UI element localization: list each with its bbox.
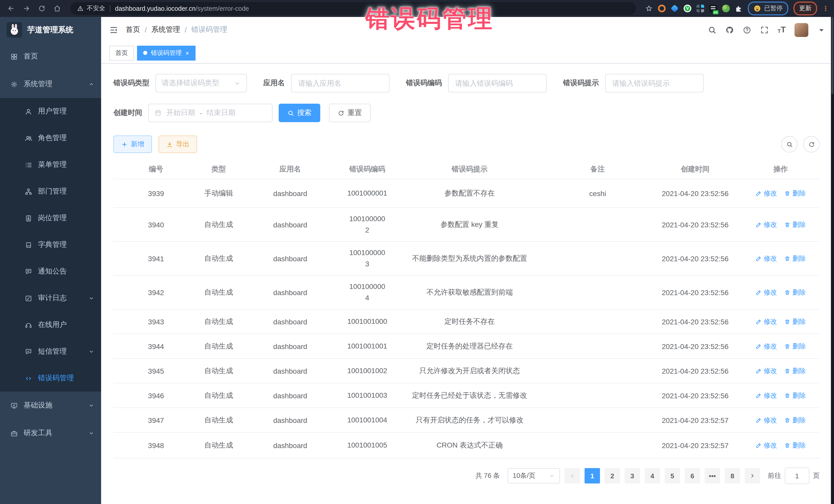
security-indicator[interactable]: 不安全 [77,4,105,13]
edit-button[interactable]: 修改 [755,220,777,229]
page-button[interactable]: 1 [585,468,600,483]
github-icon[interactable] [725,25,734,34]
extensions-puzzle-icon[interactable] [735,5,743,12]
delete-button[interactable]: 删除 [784,317,806,326]
delete-button[interactable]: 删除 [784,441,806,450]
sidebar-item-online-users[interactable]: 在线用户 [0,311,101,338]
sidebar-item-menus[interactable]: 菜单管理 [0,151,101,178]
sidebar-item-dicts[interactable]: 字典管理 [0,232,101,258]
sidebar-item-users[interactable]: 用户管理 [0,98,101,125]
browser-home-icon[interactable] [53,5,61,12]
sidebar-item-error-code[interactable]: 错误码管理 [0,365,101,392]
extension-icon-3[interactable]: V [684,5,691,12]
table-row[interactable]: 3940自动生成dashboard100100000 2参数配置 key 重复2… [113,207,820,241]
sidebar-item-system[interactable]: 系统管理 [0,70,101,98]
page-button[interactable]: 6 [685,468,700,483]
browser-reload-icon[interactable] [38,5,46,12]
search-icon[interactable] [708,25,717,34]
fullscreen-icon[interactable] [760,25,769,34]
table-row[interactable]: 3944自动生成dashboard1001001001定时任务的处理器已经存在2… [113,334,820,358]
browser-update-button[interactable]: 更新 [793,2,817,15]
edit-button[interactable]: 修改 [755,254,777,263]
prev-page-button[interactable] [565,468,580,483]
help-icon[interactable] [743,25,751,34]
export-button[interactable]: 导出 [159,135,197,153]
extension-icon-6[interactable] [722,5,730,12]
refresh-table-button[interactable] [803,136,820,152]
add-button[interactable]: 新增 [113,135,152,153]
page-size-select[interactable]: 10条/页 [508,468,560,483]
page-button[interactable]: 5 [665,468,680,483]
date-range-picker[interactable]: 开始日期 - 结束日期 [148,104,272,122]
page-button[interactable]: 8 [725,468,740,483]
edit-button[interactable]: 修改 [755,415,777,425]
goto-page-input[interactable] [785,467,809,484]
edit-button[interactable]: 修改 [755,391,777,400]
delete-button[interactable]: 删除 [784,254,806,263]
edit-button[interactable]: 修改 [755,189,777,198]
sidebar-item-posts[interactable]: 岗位管理 [0,205,101,232]
extension-icon-1[interactable] [658,5,666,12]
error-hint-input[interactable] [611,79,698,88]
scrollbar-thumb[interactable] [831,17,833,94]
delete-button[interactable]: 删除 [784,288,806,297]
bookmark-star-icon[interactable] [645,5,653,12]
error-code-input[interactable] [454,79,541,88]
sidebar-item-home[interactable]: 首页 [0,43,101,70]
menu-fold-icon[interactable] [109,25,118,34]
tab-home[interactable]: 首页 [109,45,134,60]
sidebar-item-roles[interactable]: 角色管理 [0,125,101,151]
edit-button[interactable]: 修改 [755,317,777,326]
tab-error-code[interactable]: 错误码管理 × [137,45,195,60]
table-row[interactable]: 3946自动生成dashboard1001001003定时任务已经处于该状态，无… [113,383,820,408]
page-ellipsis[interactable]: ••• [705,468,720,483]
paused-extension-pill[interactable]: 已暂停 [748,2,788,15]
breadcrumb-home[interactable]: 首页 [126,25,140,35]
table-row[interactable]: 3942自动生成dashboard100100000 4不允许获取敏感配置到前端… [113,275,820,309]
error-type-select[interactable]: 请选择错误码类型 [155,74,247,92]
caret-down-icon[interactable] [817,25,826,34]
extension-icon-5[interactable]: on [709,5,717,12]
browser-menu-icon[interactable]: ⋮ [822,5,829,12]
delete-button[interactable]: 删除 [784,391,806,400]
table-row[interactable]: 3945自动生成dashboard1001001002只允许修改为开启或者关闭状… [113,358,820,383]
font-size-icon[interactable]: TT [777,26,786,34]
extension-icon-4[interactable] [697,5,704,12]
table-row[interactable]: 3947自动生成dashboard1001001004只有开启状态的任务，才可以… [113,408,820,432]
browser-back-icon[interactable] [7,5,15,12]
delete-button[interactable]: 删除 [784,220,806,229]
page-button[interactable]: 2 [605,468,620,483]
sidebar-item-audit-log[interactable]: 审计日志 [0,285,101,311]
page-button[interactable]: 4 [644,468,660,483]
sidebar-item-notices[interactable]: 通知公告 [0,258,101,285]
edit-button[interactable]: 修改 [755,441,777,450]
sidebar-item-infrastructure[interactable]: 基础设施 [0,392,101,419]
delete-button[interactable]: 删除 [784,366,806,375]
search-button[interactable]: 搜索 [279,104,320,122]
sidebar-item-departments[interactable]: 部门管理 [0,178,101,205]
avatar[interactable] [794,23,808,37]
delete-button[interactable]: 删除 [784,342,806,351]
table-row[interactable]: 3939手动编辑dashboard1001000001参数配置不存在ceshi2… [113,179,820,207]
tab-close-icon[interactable]: × [185,49,189,56]
page-button[interactable]: 3 [624,468,640,483]
sidebar-item-dev-tools[interactable]: 研发工具 [0,419,101,447]
page-scrollbar[interactable] [831,17,834,504]
app-name-input[interactable] [297,79,383,88]
browser-forward-icon[interactable] [23,5,30,12]
breadcrumb-system[interactable]: 系统管理 [151,25,180,35]
edit-button[interactable]: 修改 [755,288,777,297]
address-bar[interactable]: 不安全 dashboard.yudao.iocoder.cn/system/er… [70,2,636,15]
edit-button[interactable]: 修改 [755,342,777,351]
next-page-button[interactable] [745,468,760,483]
table-row[interactable]: 3948自动生成dashboard1001001005CRON 表达式不正确20… [113,432,820,458]
extension-icon-2[interactable] [671,4,679,12]
toggle-search-button[interactable] [781,136,797,152]
delete-button[interactable]: 删除 [784,189,806,198]
app-logo[interactable]: 芋道管理系统 [0,17,101,43]
table-row[interactable]: 3941自动生成dashboard100100000 3不能删除类型为系统内置的… [113,241,820,275]
reset-button[interactable]: 重置 [329,104,371,122]
table-row[interactable]: 3943自动生成dashboard1001001000定时任务不存在2021-0… [113,309,820,334]
delete-button[interactable]: 删除 [784,415,806,425]
sidebar-item-sms[interactable]: 短信管理 [0,338,101,365]
